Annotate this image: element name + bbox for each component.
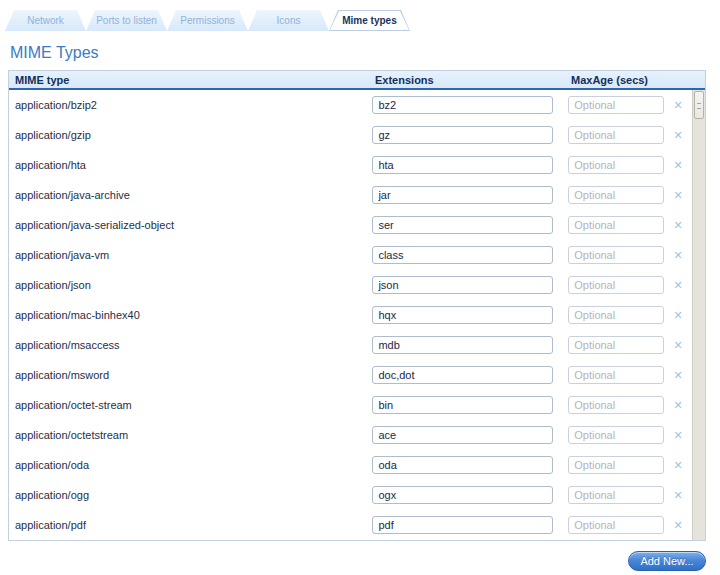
mime-type-label: application/pdf [15,519,372,531]
extensions-input[interactable] [372,156,553,174]
maxage-input[interactable] [568,246,664,264]
tab-label: Icons [248,10,329,31]
maxage-input[interactable] [568,396,664,414]
tab-label: Permissions [167,10,248,31]
mime-type-label: application/msaccess [15,339,372,351]
table-row: application/json ✕ [9,270,692,300]
table-row: application/java-archive ✕ [9,180,692,210]
maxage-input[interactable] [568,486,664,504]
page-title: MIME Types [10,44,99,62]
maxage-input[interactable] [568,156,664,174]
table-body: application/bzip2 ✕ application/gzip ✕ a… [9,90,705,540]
table-row: application/oda ✕ [9,450,692,480]
mime-type-label: application/octet-stream [15,399,372,411]
maxage-input[interactable] [568,126,664,144]
table-row: application/hta ✕ [9,150,692,180]
column-header-extensions: Extensions [375,71,434,90]
extensions-input[interactable] [372,456,553,474]
delete-row-icon[interactable]: ✕ [664,399,692,412]
table-rows: application/bzip2 ✕ application/gzip ✕ a… [9,90,692,540]
table-row: application/octet-stream ✕ [9,390,692,420]
extensions-input[interactable] [372,516,553,534]
add-new-button[interactable]: Add New... [628,551,706,571]
maxage-input[interactable] [568,96,664,114]
delete-row-icon[interactable]: ✕ [664,339,692,352]
mime-type-label: application/msword [15,369,372,381]
delete-row-icon[interactable]: ✕ [664,489,692,502]
tab-network[interactable]: Network [5,10,86,31]
mime-type-label: application/bzip2 [15,99,372,111]
maxage-input[interactable] [568,456,664,474]
delete-row-icon[interactable]: ✕ [664,159,692,172]
table-row: application/pdf ✕ [9,510,692,540]
maxage-input[interactable] [568,366,664,384]
table-header: MIME type Extensions MaxAge (secs) [9,71,705,90]
maxage-input[interactable] [568,216,664,234]
extensions-input[interactable] [372,396,553,414]
column-header-mime-type: MIME type [15,71,69,90]
extensions-input[interactable] [372,276,553,294]
delete-row-icon[interactable]: ✕ [664,459,692,472]
extensions-input[interactable] [372,306,553,324]
mime-type-label: application/java-serialized-object [15,219,372,231]
scrollbar-track[interactable] [692,90,705,540]
maxage-input[interactable] [568,186,664,204]
mime-type-label: application/octetstream [15,429,372,441]
mime-type-label: application/mac-binhex40 [15,309,372,321]
table-row: application/ogg ✕ [9,480,692,510]
extensions-input[interactable] [372,186,553,204]
delete-row-icon[interactable]: ✕ [664,219,692,232]
table-row: application/java-serialized-object ✕ [9,210,692,240]
extensions-input[interactable] [372,126,553,144]
maxage-input[interactable] [568,276,664,294]
extensions-input[interactable] [372,366,553,384]
tab-ports-to-listen[interactable]: Ports to listen [86,10,167,31]
delete-row-icon[interactable]: ✕ [664,189,692,202]
extensions-input[interactable] [372,486,553,504]
delete-row-icon[interactable]: ✕ [664,309,692,322]
tab-label: Mime types [329,10,410,31]
mime-types-table: MIME type Extensions MaxAge (secs) appli… [8,70,706,541]
delete-row-icon[interactable]: ✕ [664,129,692,142]
tab-label: Ports to listen [86,10,167,31]
extensions-input[interactable] [372,216,553,234]
table-row: application/gzip ✕ [9,120,692,150]
table-row: application/msword ✕ [9,360,692,390]
column-header-max-age: MaxAge (secs) [571,71,648,90]
table-row: application/bzip2 ✕ [9,90,692,120]
table-row: application/mac-binhex40 ✕ [9,300,692,330]
mime-type-label: application/java-vm [15,249,372,261]
maxage-input[interactable] [568,306,664,324]
mime-type-label: application/java-archive [15,189,372,201]
tab-label: Network [5,10,86,31]
delete-row-icon[interactable]: ✕ [664,519,692,532]
delete-row-icon[interactable]: ✕ [664,279,692,292]
delete-row-icon[interactable]: ✕ [664,369,692,382]
maxage-input[interactable] [568,336,664,354]
extensions-input[interactable] [372,246,553,264]
mime-type-label: application/gzip [15,129,372,141]
mime-type-label: application/oda [15,459,372,471]
extensions-input[interactable] [372,336,553,354]
table-row: application/java-vm ✕ [9,240,692,270]
mime-type-label: application/json [15,279,372,291]
tab-bar: Network Ports to listen Permissions Icon… [5,10,410,31]
tab-icons[interactable]: Icons [248,10,329,31]
table-row: application/octetstream ✕ [9,420,692,450]
mime-type-label: application/ogg [15,489,372,501]
delete-row-icon[interactable]: ✕ [664,249,692,262]
extensions-input[interactable] [372,96,553,114]
maxage-input[interactable] [568,516,664,534]
maxage-input[interactable] [568,426,664,444]
delete-row-icon[interactable]: ✕ [664,429,692,442]
tab-mime-types[interactable]: Mime types [329,10,410,31]
mime-type-label: application/hta [15,159,372,171]
tab-permissions[interactable]: Permissions [167,10,248,31]
table-row: application/msaccess ✕ [9,330,692,360]
scrollbar-thumb[interactable] [694,91,704,119]
extensions-input[interactable] [372,426,553,444]
delete-row-icon[interactable]: ✕ [664,99,692,112]
